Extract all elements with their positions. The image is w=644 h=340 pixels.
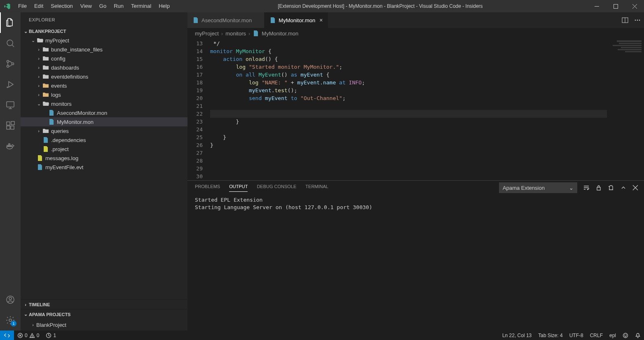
editor-group: AsecondMonitor.mon×MyMonitor.mon× myProj…: [187, 12, 644, 331]
breadcrumb-item[interactable]: myProject: [195, 30, 219, 37]
ports-status[interactable]: 1: [42, 333, 59, 338]
breadcrumb[interactable]: myProject›monitors›MyMonitor.mon: [187, 28, 644, 39]
maximize-button[interactable]: [606, 0, 625, 12]
accounts-activity[interactable]: [0, 289, 21, 310]
word-wrap-icon[interactable]: [583, 184, 590, 191]
tree-item[interactable]: ›dashboards: [21, 63, 187, 72]
tree-item-label: AsecondMonitor.mon: [57, 110, 107, 116]
svg-point-2: [7, 40, 13, 46]
code-editor[interactable]: 131415161718192021222324252627282930 */m…: [187, 39, 644, 180]
tree-item-label: events: [51, 83, 67, 89]
vscode-logo-icon: [0, 0, 14, 12]
run-debug-activity[interactable]: [0, 74, 21, 95]
eol[interactable]: CRLF: [587, 333, 606, 338]
tree-item[interactable]: myEventFile.evt: [21, 163, 187, 172]
file-icon: [42, 137, 49, 143]
folder-icon: [42, 100, 49, 107]
split-editor-icon[interactable]: [622, 17, 628, 23]
editor-tab[interactable]: AsecondMonitor.mon×: [187, 12, 265, 28]
tree-item[interactable]: ⌄myProject: [21, 36, 187, 45]
svg-point-29: [623, 333, 628, 338]
close-icon[interactable]: ×: [319, 17, 323, 23]
tree-item[interactable]: ›queries: [21, 126, 187, 135]
panel-tab-terminal[interactable]: TERMINAL: [305, 184, 328, 191]
tree-item[interactable]: .dependencies: [21, 135, 187, 144]
tree-item[interactable]: messages.log: [21, 154, 187, 163]
breadcrumb-item[interactable]: MyMonitor.mon: [262, 30, 298, 37]
svg-point-17: [9, 297, 12, 300]
tree-item[interactable]: ⌄monitors: [21, 99, 187, 108]
tree-item-label: myProject: [45, 37, 69, 44]
language-mode[interactable]: epl: [606, 333, 619, 338]
docker-activity[interactable]: [0, 136, 21, 156]
tree-item[interactable]: ›eventdefinitions: [21, 72, 187, 81]
cursor-position[interactable]: Ln 22, Col 13: [499, 333, 535, 338]
panel-tab-output[interactable]: OUTPUT: [229, 184, 248, 192]
menu-view[interactable]: View: [77, 0, 96, 12]
apama-section-header[interactable]: APAMA PROJECTS: [21, 309, 187, 319]
svg-point-22: [637, 20, 638, 21]
editor-tab[interactable]: MyMonitor.mon×: [265, 12, 328, 28]
file-tree: ⌄myProject›bundle_instance_files›config›…: [21, 36, 187, 299]
chevron-right-icon: ›: [35, 56, 42, 61]
apama-project-label: BlankProject: [36, 322, 66, 328]
tree-item[interactable]: AsecondMonitor.mon: [21, 108, 187, 117]
tree-item[interactable]: ›logs: [21, 90, 187, 99]
svg-point-5: [12, 63, 14, 65]
svg-rect-9: [7, 126, 10, 129]
feedback-icon[interactable]: [619, 333, 632, 338]
problems-status[interactable]: 0 0: [14, 333, 42, 338]
output-channel-select[interactable]: Apama Extension ⌄: [499, 182, 577, 193]
file-icon: [192, 17, 199, 23]
timeline-section-header[interactable]: TIMELINE: [21, 299, 187, 309]
remote-indicator[interactable]: [0, 331, 14, 340]
menu-file[interactable]: File: [14, 0, 30, 12]
tree-item[interactable]: .project: [21, 144, 187, 154]
menu-run[interactable]: Run: [110, 0, 127, 12]
close-panel-icon[interactable]: [632, 185, 638, 191]
tree-item[interactable]: ›config: [21, 54, 187, 63]
more-actions-icon[interactable]: [634, 17, 641, 23]
file-icon: [36, 155, 44, 161]
encoding[interactable]: UTF-8: [566, 333, 587, 338]
folder-icon: [42, 55, 49, 62]
menu-help[interactable]: Help: [155, 0, 173, 12]
output-channel-label: Apama Extension: [503, 185, 545, 191]
explorer-activity[interactable]: [0, 12, 21, 33]
explorer-sidebar: EXPLORER BLANKPROJECT ⌄myProject›bundle_…: [21, 12, 187, 331]
tree-item[interactable]: ›events: [21, 81, 187, 90]
clear-output-icon[interactable]: [608, 184, 614, 191]
menu-selection[interactable]: Selection: [47, 0, 76, 12]
remote-explorer-activity[interactable]: [0, 95, 21, 115]
lock-scroll-icon[interactable]: [595, 184, 602, 191]
chevron-right-icon: ›: [35, 83, 42, 88]
notifications-icon[interactable]: [632, 333, 644, 338]
settings-activity[interactable]: 1: [0, 310, 21, 331]
menu-edit[interactable]: Edit: [30, 0, 47, 12]
close-button[interactable]: [625, 0, 644, 12]
panel-tabs: PROBLEMSOUTPUTDEBUG CONSOLETERMINAL Apam…: [187, 181, 644, 195]
apama-project-item[interactable]: BlankProject: [21, 320, 187, 329]
folder-icon: [42, 128, 49, 134]
panel-tab-debug-console[interactable]: DEBUG CONSOLE: [257, 184, 296, 191]
project-section-header[interactable]: BLANKPROJECT: [21, 27, 187, 36]
search-activity[interactable]: [0, 33, 21, 54]
tree-item-label: .project: [51, 146, 69, 152]
menu-terminal[interactable]: Terminal: [127, 0, 155, 12]
tab-size[interactable]: Tab Size: 4: [535, 333, 566, 338]
panel-tab-problems[interactable]: PROBLEMS: [195, 184, 220, 191]
breadcrumb-item[interactable]: monitors: [225, 30, 246, 37]
minimize-button[interactable]: [587, 0, 606, 12]
tree-item[interactable]: MyMonitor.mon: [21, 117, 187, 126]
code-content[interactable]: */monitor MyMonitor { action onload() { …: [210, 39, 607, 180]
source-control-activity[interactable]: [0, 54, 21, 74]
extensions-activity[interactable]: [0, 115, 21, 136]
menu-go[interactable]: Go: [96, 0, 110, 12]
svg-point-23: [639, 20, 640, 21]
output-content[interactable]: Started EPL Extension Starting Language …: [187, 195, 644, 331]
editor-tabs: AsecondMonitor.mon×MyMonitor.mon×: [187, 12, 644, 28]
tree-item[interactable]: ›bundle_instance_files: [21, 45, 187, 54]
expand-panel-icon[interactable]: [620, 184, 627, 191]
minimap[interactable]: [607, 39, 644, 180]
folder-icon: [42, 82, 49, 89]
